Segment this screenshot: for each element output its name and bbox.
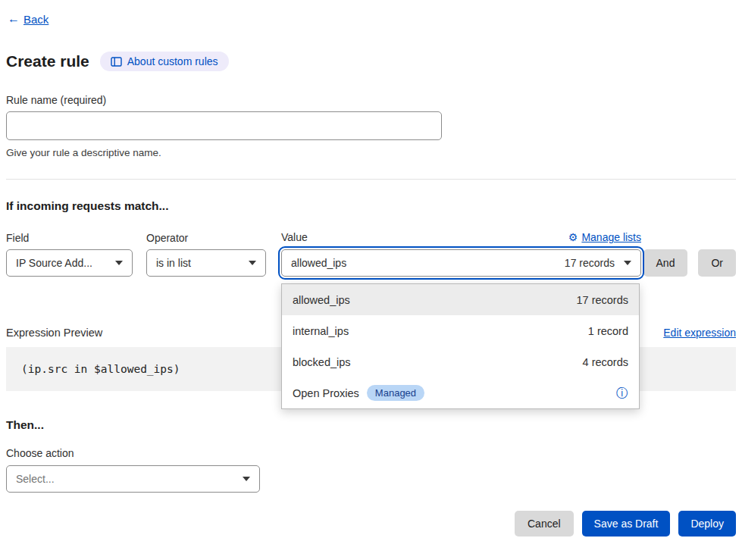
and-button[interactable]: And [643,249,688,277]
value-label: Value [281,231,308,243]
rule-name-block: Rule name (required) Give your rule a de… [6,94,736,158]
field-select-value: IP Source Add... [16,257,92,269]
managed-badge: Managed [367,385,424,401]
chevron-down-icon [243,477,250,481]
edit-expression-link[interactable]: Edit expression [663,327,736,339]
list-item-name: blocked_ips [293,356,351,368]
action-select-placeholder: Select... [16,473,55,485]
match-section-heading: If incoming requests match... [6,199,736,213]
back-arrow-icon: ← [8,12,20,26]
operator-column: Operator is in list [146,232,266,277]
footer-actions: Cancel Save as Draft Deploy [6,511,736,537]
choose-action-label: Choose action [6,447,736,459]
rule-name-label: Rule name (required) [6,94,736,106]
list-item-name: internal_ips [293,325,349,337]
about-custom-rules-link[interactable]: About custom rules [100,52,229,71]
operator-label: Operator [146,232,266,244]
value-label-row: Value ⚙ Manage lists [281,231,641,243]
list-item-detail: 1 record [588,325,628,337]
value-select[interactable]: allowed_ips 17 records [281,249,641,277]
list-item-detail: 17 records [576,294,628,306]
about-custom-rules-label: About custom rules [127,55,218,67]
list-item-name: Open Proxies [293,387,359,399]
deploy-button[interactable]: Deploy [678,511,736,537]
list-item-blocked-ips[interactable]: blocked_ips 4 records [282,346,639,377]
manage-lists-label: Manage lists [581,231,641,243]
or-button[interactable]: Or [698,249,736,277]
gear-icon: ⚙ [568,232,578,242]
page-title: Create rule [6,52,89,70]
back-link[interactable]: ← Back [8,12,49,26]
action-select[interactable]: Select... [6,465,260,493]
chevron-down-icon [115,261,123,265]
info-icon[interactable]: ⓘ [616,387,628,399]
value-records-count: 17 records [565,257,615,269]
book-icon [111,57,122,67]
value-dropdown-menu: allowed_ips 17 records internal_ips 1 re… [281,283,640,409]
chevron-down-icon [249,261,256,265]
list-item-detail: 4 records [583,356,628,368]
create-rule-page: ← Back Create rule About custom rules Ru… [0,0,742,537]
manage-lists-link[interactable]: ⚙ Manage lists [568,231,641,243]
value-select-value: allowed_ips [291,257,346,269]
list-item-allowed-ips[interactable]: allowed_ips 17 records [282,284,639,315]
field-select[interactable]: IP Source Add... [6,249,133,277]
value-column: Value ⚙ Manage lists allowed_ips 17 reco… [281,231,641,277]
save-as-draft-button[interactable]: Save as Draft [582,511,671,537]
operator-select[interactable]: is in list [146,249,266,277]
list-item-internal-ips[interactable]: internal_ips 1 record [282,315,639,346]
section-divider [6,179,736,180]
rule-name-helper: Give your rule a descriptive name. [6,147,736,158]
operator-select-value: is in list [156,257,191,269]
conjunction-buttons: And Or [643,249,736,277]
title-row: Create rule About custom rules [6,52,736,71]
field-column: Field IP Source Add... [6,232,133,277]
chevron-down-icon [624,261,631,265]
field-label: Field [6,232,133,244]
then-section-heading: Then... [6,418,736,432]
expression-preview-label: Expression Preview [6,327,102,339]
list-item-open-proxies[interactable]: Open Proxies Managed ⓘ [282,377,639,408]
match-row: Field IP Source Add... Operator is in li… [6,231,736,277]
list-item-name: allowed_ips [293,294,350,306]
cancel-button[interactable]: Cancel [515,511,574,537]
back-link-label: Back [23,13,49,26]
rule-name-input[interactable] [6,111,442,140]
